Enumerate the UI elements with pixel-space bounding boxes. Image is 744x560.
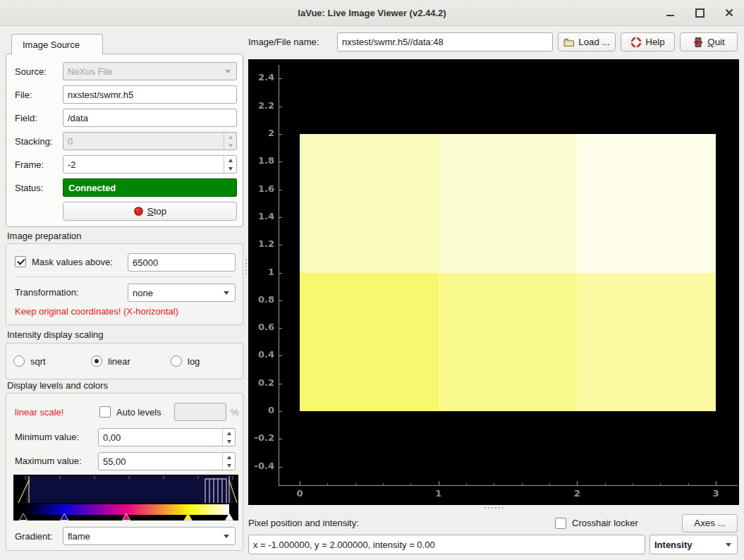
maximum-label: Maximum value: — [15, 456, 82, 466]
file-input[interactable] — [68, 90, 232, 100]
auto-levels-option[interactable]: Auto levels — [99, 406, 161, 418]
x-tick-label: 0 — [288, 488, 312, 499]
frame-value: -2 — [63, 159, 224, 170]
maximum-spinbox[interactable]: 55,00 — [98, 452, 236, 470]
load-button[interactable]: Load ... — [558, 32, 616, 51]
radio-log[interactable]: log — [171, 355, 200, 367]
help-button[interactable]: Help — [621, 32, 675, 51]
x-minor-tick — [383, 483, 384, 485]
x-axis-line — [279, 485, 738, 486]
display-levels-section-label: Display levels and colors — [7, 380, 108, 391]
spin-up-icon — [227, 456, 231, 459]
y-axis-line — [279, 65, 279, 486]
field-label: Field: — [15, 113, 63, 123]
x-minor-tick — [522, 483, 523, 485]
folder-icon — [563, 37, 575, 47]
y-tick — [279, 273, 282, 274]
mask-value-input[interactable] — [133, 257, 231, 268]
quit-button[interactable]: Quit — [680, 32, 738, 51]
x-tick — [577, 481, 578, 485]
y-tick — [279, 134, 282, 135]
pixel-position-label: Pixel position and intensity: — [248, 518, 359, 528]
stacking-value: 0 — [63, 136, 224, 147]
y-tick-label: 1.4 — [248, 211, 274, 221]
image-cell — [300, 134, 439, 273]
y-tick — [279, 106, 282, 107]
x-minor-tick — [466, 483, 467, 485]
levels-histogram-widget[interactable] — [13, 475, 238, 521]
stacking-spin-down[interactable] — [224, 141, 236, 150]
auto-percent-input[interactable] — [179, 407, 221, 418]
filename-label: Image/File name: — [248, 37, 337, 47]
stacking-spin-up[interactable] — [224, 133, 236, 141]
spin-up-icon — [228, 135, 233, 139]
x-tick-label: 3 — [704, 488, 728, 499]
tab-image-source-label: Image Source — [23, 39, 80, 50]
gradient-label: Gradient: — [15, 531, 52, 542]
filename-input[interactable] — [342, 37, 548, 47]
stop-button[interactable]: Stop — [63, 202, 237, 221]
y-tick-label: 0 — [248, 405, 274, 415]
y-tick — [279, 78, 282, 79]
radio-sqrt-label: sqrt — [30, 356, 46, 367]
minimum-spinbox[interactable]: 0,00 — [98, 428, 236, 446]
maximum-spin-up[interactable] — [223, 453, 235, 461]
radio-linear[interactable]: linear — [91, 355, 171, 367]
frame-spinbox[interactable]: -2 — [63, 155, 237, 174]
crosshair-locker-option[interactable]: Crosshair locker — [555, 518, 638, 529]
file-field-box — [63, 85, 237, 104]
source-select[interactable]: NeXus File — [63, 62, 237, 80]
y-tick — [279, 411, 282, 412]
y-tick — [279, 217, 282, 218]
file-label: File: — [15, 90, 63, 100]
axes-button[interactable]: Axes ... — [682, 514, 738, 532]
spin-down-icon — [228, 144, 233, 147]
plot-area[interactable]: 2.42.221.81.61.41.210.80.60.40.20-0.2-0.… — [248, 59, 739, 505]
image-preparation-section-label: Image preparation — [7, 231, 82, 241]
gradient-value: flame — [68, 531, 90, 542]
radio-sqrt[interactable]: sqrt — [13, 355, 91, 367]
chevron-down-icon — [224, 291, 229, 295]
x-minor-tick — [688, 483, 689, 485]
minimum-spin-up[interactable] — [223, 429, 235, 437]
gradient-select[interactable]: flame — [63, 527, 236, 545]
crosshair-locker-label: Crosshair locker — [572, 518, 638, 528]
y-tick-label: 1.8 — [248, 155, 274, 166]
source-label: Source: — [15, 66, 63, 77]
y-tick — [279, 328, 282, 329]
mask-label: Mask values above: — [32, 257, 113, 267]
position-readout[interactable] — [253, 540, 640, 550]
transformation-select[interactable]: none — [128, 284, 236, 302]
control-panel: Image Source Source: NeXus File File: Fi… — [6, 28, 244, 556]
field-input[interactable] — [68, 113, 232, 123]
maximum-spin-down[interactable] — [223, 461, 235, 470]
maximum-value: 55,00 — [99, 456, 222, 467]
spin-down-icon — [227, 464, 231, 468]
frame-spin-down[interactable] — [224, 164, 236, 173]
chevron-down-icon — [225, 70, 231, 73]
spin-down-icon — [228, 167, 233, 171]
frame-spin-up[interactable] — [224, 156, 236, 164]
close-button[interactable] — [724, 8, 734, 18]
stop-icon — [133, 206, 144, 217]
x-tick — [439, 481, 439, 485]
channel-select[interactable]: Intensity — [650, 535, 738, 554]
tab-image-source[interactable]: Image Source — [11, 34, 103, 54]
y-tick-label: 0.4 — [248, 349, 274, 360]
mask-value-box — [128, 253, 236, 272]
axes-button-label: Axes ... — [694, 518, 725, 528]
stacking-spinbox[interactable]: 0 — [63, 132, 237, 150]
minimum-value: 0,00 — [99, 432, 222, 443]
spin-up-icon — [228, 159, 233, 162]
load-button-label: Load ... — [578, 37, 609, 47]
maximize-button[interactable] — [695, 8, 705, 18]
minimize-button[interactable] — [665, 8, 675, 18]
y-tick-label: -0.2 — [248, 432, 274, 443]
mask-checkbox[interactable] — [15, 256, 26, 267]
minimum-spin-down[interactable] — [223, 437, 235, 446]
plot-footer-splitter[interactable] — [248, 505, 739, 510]
quit-button-label: Quit — [707, 37, 724, 47]
x-tick — [716, 481, 716, 485]
y-tick-label: 2.2 — [248, 100, 274, 111]
y-tick-label: -0.4 — [248, 461, 274, 471]
